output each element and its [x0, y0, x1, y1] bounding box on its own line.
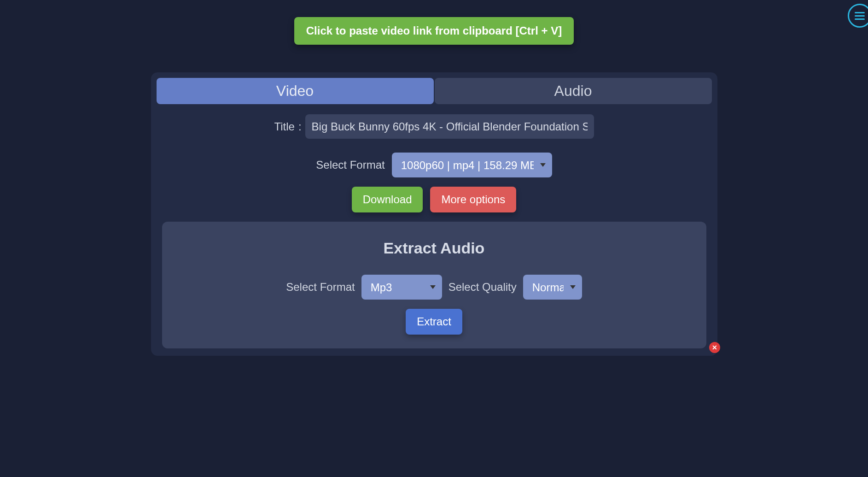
tabs: Video Audio	[157, 78, 712, 104]
extract-audio-card: Extract Audio Select Format Mp3 Select Q…	[162, 222, 706, 348]
extract-audio-heading: Extract Audio	[171, 239, 697, 257]
title-input[interactable]	[305, 114, 594, 139]
download-button[interactable]: Download	[352, 187, 423, 212]
audio-quality-select[interactable]: Normal	[523, 275, 582, 300]
extract-button[interactable]: Extract	[406, 309, 462, 335]
video-format-select[interactable]: 1080p60 | mp4 | 158.29 MB	[392, 153, 552, 177]
title-row: Title :	[157, 114, 712, 139]
paste-clipboard-button[interactable]: Click to paste video link from clipboard…	[294, 17, 574, 45]
extract-row: Select Format Mp3 Select Quality Normal	[171, 275, 697, 300]
close-icon[interactable]: ✕	[709, 342, 720, 353]
video-format-row: Select Format 1080p60 | mp4 | 158.29 MB	[157, 153, 712, 177]
menu-icon[interactable]	[848, 4, 868, 28]
action-row: Download More options	[157, 187, 712, 212]
audio-format-select[interactable]: Mp3	[361, 275, 442, 300]
audio-format-label: Select Format	[286, 281, 355, 294]
audio-quality-label: Select Quality	[449, 281, 517, 294]
more-options-button[interactable]: More options	[430, 187, 516, 212]
main-card: Video Audio Title : Select Format 1080p6…	[151, 72, 717, 356]
tab-audio[interactable]: Audio	[435, 78, 712, 104]
title-label: Title	[274, 120, 294, 133]
paste-button-container: Click to paste video link from clipboard…	[0, 17, 868, 45]
video-format-label: Select Format	[316, 159, 384, 171]
tab-video[interactable]: Video	[157, 78, 434, 104]
extract-button-row: Extract	[171, 309, 697, 335]
title-colon: :	[298, 120, 302, 133]
